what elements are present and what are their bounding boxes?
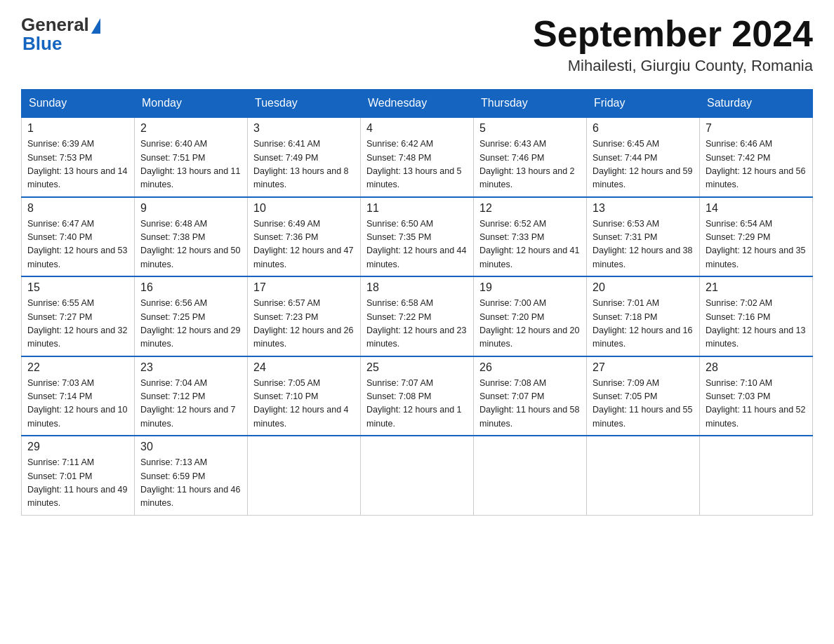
day-info: Sunrise: 6:40 AMSunset: 7:51 PMDaylight:… <box>140 139 240 189</box>
col-saturday: Saturday <box>700 90 813 118</box>
table-row: 8 Sunrise: 6:47 AMSunset: 7:40 PMDayligh… <box>22 197 135 277</box>
day-number: 2 <box>140 122 241 135</box>
table-row: 1 Sunrise: 6:39 AMSunset: 7:53 PMDayligh… <box>22 117 135 197</box>
table-row: 20 Sunrise: 7:01 AMSunset: 7:18 PMDaylig… <box>587 276 700 356</box>
day-info: Sunrise: 6:52 AMSunset: 7:33 PMDaylight:… <box>479 219 579 269</box>
day-number: 15 <box>27 281 128 294</box>
day-info: Sunrise: 6:43 AMSunset: 7:46 PMDaylight:… <box>479 139 575 189</box>
day-number: 6 <box>593 122 694 135</box>
day-number: 5 <box>479 122 581 135</box>
table-row: 21 Sunrise: 7:02 AMSunset: 7:16 PMDaylig… <box>700 276 813 356</box>
table-row: 13 Sunrise: 6:53 AMSunset: 7:31 PMDaylig… <box>587 197 700 277</box>
day-number: 30 <box>140 441 241 453</box>
table-row: 15 Sunrise: 6:55 AMSunset: 7:27 PMDaylig… <box>22 276 135 356</box>
day-number: 4 <box>366 122 468 135</box>
day-number: 12 <box>479 202 581 215</box>
table-row <box>248 436 361 515</box>
calendar-week-row: 15 Sunrise: 6:55 AMSunset: 7:27 PMDaylig… <box>22 276 813 356</box>
day-number: 3 <box>253 122 355 135</box>
day-info: Sunrise: 6:46 AMSunset: 7:42 PMDaylight:… <box>706 139 805 189</box>
day-number: 27 <box>593 361 694 374</box>
table-row: 26 Sunrise: 7:08 AMSunset: 7:07 PMDaylig… <box>474 356 587 436</box>
table-row <box>700 436 813 515</box>
table-row: 9 Sunrise: 6:48 AMSunset: 7:38 PMDayligh… <box>135 197 248 277</box>
day-info: Sunrise: 6:49 AMSunset: 7:36 PMDaylight:… <box>253 219 353 269</box>
day-number: 18 <box>366 281 468 294</box>
day-number: 24 <box>253 361 355 374</box>
col-thursday: Thursday <box>474 90 587 118</box>
table-row: 3 Sunrise: 6:41 AMSunset: 7:49 PMDayligh… <box>248 117 361 197</box>
day-info: Sunrise: 7:03 AMSunset: 7:14 PMDaylight:… <box>27 378 127 429</box>
day-number: 28 <box>706 361 807 374</box>
col-monday: Monday <box>135 90 248 118</box>
table-row: 24 Sunrise: 7:05 AMSunset: 7:10 PMDaylig… <box>248 356 361 436</box>
table-row: 19 Sunrise: 7:00 AMSunset: 7:20 PMDaylig… <box>474 276 587 356</box>
day-number: 19 <box>479 281 581 294</box>
table-row: 2 Sunrise: 6:40 AMSunset: 7:51 PMDayligh… <box>135 117 248 197</box>
day-info: Sunrise: 7:02 AMSunset: 7:16 PMDaylight:… <box>706 298 805 349</box>
table-row: 7 Sunrise: 6:46 AMSunset: 7:42 PMDayligh… <box>700 117 813 197</box>
day-info: Sunrise: 6:58 AMSunset: 7:22 PMDaylight:… <box>366 298 466 349</box>
table-row: 14 Sunrise: 6:54 AMSunset: 7:29 PMDaylig… <box>700 197 813 277</box>
day-info: Sunrise: 6:47 AMSunset: 7:40 PMDaylight:… <box>27 219 127 269</box>
day-info: Sunrise: 7:09 AMSunset: 7:05 PMDaylight:… <box>593 378 692 429</box>
table-row: 22 Sunrise: 7:03 AMSunset: 7:14 PMDaylig… <box>22 356 135 436</box>
day-number: 16 <box>140 281 241 294</box>
table-row <box>474 436 587 515</box>
day-number: 10 <box>253 202 355 215</box>
col-wednesday: Wednesday <box>361 90 474 118</box>
day-number: 22 <box>27 361 128 374</box>
table-row: 25 Sunrise: 7:07 AMSunset: 7:08 PMDaylig… <box>361 356 474 436</box>
logo-triangle-icon <box>91 18 100 34</box>
table-row <box>361 436 474 515</box>
day-number: 14 <box>706 202 807 215</box>
table-row: 11 Sunrise: 6:50 AMSunset: 7:35 PMDaylig… <box>361 197 474 277</box>
day-number: 21 <box>706 281 807 294</box>
day-number: 17 <box>253 281 355 294</box>
table-row: 6 Sunrise: 6:45 AMSunset: 7:44 PMDayligh… <box>587 117 700 197</box>
table-row: 5 Sunrise: 6:43 AMSunset: 7:46 PMDayligh… <box>474 117 587 197</box>
calendar-header-row: Sunday Monday Tuesday Wednesday Thursday… <box>22 90 813 118</box>
table-row: 4 Sunrise: 6:42 AMSunset: 7:48 PMDayligh… <box>361 117 474 197</box>
day-info: Sunrise: 6:54 AMSunset: 7:29 PMDaylight:… <box>706 219 805 269</box>
table-row: 28 Sunrise: 7:10 AMSunset: 7:03 PMDaylig… <box>700 356 813 436</box>
day-number: 11 <box>366 202 468 215</box>
table-row: 16 Sunrise: 6:56 AMSunset: 7:25 PMDaylig… <box>135 276 248 356</box>
day-number: 1 <box>27 122 128 135</box>
location-title: Mihailesti, Giurgiu County, Romania <box>533 57 813 75</box>
day-number: 9 <box>140 202 241 215</box>
table-row: 29 Sunrise: 7:11 AMSunset: 7:01 PMDaylig… <box>22 436 135 515</box>
title-area: September 2024 Mihailesti, Giurgiu Count… <box>533 14 813 75</box>
calendar-week-row: 22 Sunrise: 7:03 AMSunset: 7:14 PMDaylig… <box>22 356 813 436</box>
day-info: Sunrise: 7:01 AMSunset: 7:18 PMDaylight:… <box>593 298 692 349</box>
col-tuesday: Tuesday <box>248 90 361 118</box>
day-number: 25 <box>366 361 468 374</box>
table-row: 12 Sunrise: 6:52 AMSunset: 7:33 PMDaylig… <box>474 197 587 277</box>
day-info: Sunrise: 6:53 AMSunset: 7:31 PMDaylight:… <box>593 219 692 269</box>
calendar-table: Sunday Monday Tuesday Wednesday Thursday… <box>21 89 813 516</box>
calendar-week-row: 29 Sunrise: 7:11 AMSunset: 7:01 PMDaylig… <box>22 436 813 515</box>
header: General Blue September 2024 Mihailesti, … <box>21 14 813 75</box>
day-info: Sunrise: 7:00 AMSunset: 7:20 PMDaylight:… <box>479 298 579 349</box>
day-info: Sunrise: 6:55 AMSunset: 7:27 PMDaylight:… <box>27 298 127 349</box>
day-number: 8 <box>27 202 128 215</box>
month-title: September 2024 <box>533 14 813 54</box>
day-number: 20 <box>593 281 694 294</box>
table-row <box>587 436 700 515</box>
day-info: Sunrise: 7:04 AMSunset: 7:12 PMDaylight:… <box>140 378 236 429</box>
day-info: Sunrise: 6:41 AMSunset: 7:49 PMDaylight:… <box>253 139 349 189</box>
table-row: 30 Sunrise: 7:13 AMSunset: 6:59 PMDaylig… <box>135 436 248 515</box>
day-info: Sunrise: 7:11 AMSunset: 7:01 PMDaylight:… <box>27 457 127 508</box>
day-info: Sunrise: 7:08 AMSunset: 7:07 PMDaylight:… <box>479 378 579 429</box>
day-number: 26 <box>479 361 581 374</box>
col-sunday: Sunday <box>22 90 135 118</box>
table-row: 23 Sunrise: 7:04 AMSunset: 7:12 PMDaylig… <box>135 356 248 436</box>
day-info: Sunrise: 7:05 AMSunset: 7:10 PMDaylight:… <box>253 378 349 429</box>
day-info: Sunrise: 6:56 AMSunset: 7:25 PMDaylight:… <box>140 298 240 349</box>
day-info: Sunrise: 6:48 AMSunset: 7:38 PMDaylight:… <box>140 219 240 269</box>
day-number: 7 <box>706 122 807 135</box>
day-info: Sunrise: 6:57 AMSunset: 7:23 PMDaylight:… <box>253 298 353 349</box>
day-number: 23 <box>140 361 241 374</box>
calendar-week-row: 1 Sunrise: 6:39 AMSunset: 7:53 PMDayligh… <box>22 117 813 197</box>
table-row: 18 Sunrise: 6:58 AMSunset: 7:22 PMDaylig… <box>361 276 474 356</box>
